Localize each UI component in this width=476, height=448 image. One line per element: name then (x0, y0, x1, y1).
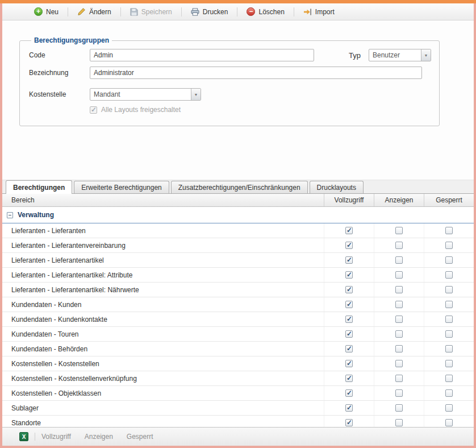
table-row[interactable]: Lieferanten - Lieferantenartikel: Attrib… (2, 268, 474, 283)
gesperrt-checkbox[interactable] (445, 419, 453, 426)
anzeigen-checkbox[interactable] (395, 389, 403, 397)
anzeigen-cell (374, 297, 424, 312)
anzeigen-checkbox[interactable] (395, 345, 403, 352)
vollzugriff-checkbox[interactable] (345, 256, 353, 264)
anzeigen-checkbox[interactable] (395, 360, 403, 367)
typ-select[interactable]: Benutzer (369, 49, 431, 61)
table-row[interactable]: Standorte (2, 416, 474, 427)
vollzugriff-checkbox[interactable] (345, 404, 353, 412)
code-row: Code Typ Benutzer (29, 49, 431, 61)
anzeigen-cell (374, 386, 424, 400)
anzeigen-checkbox[interactable] (395, 316, 403, 323)
vollzugriff-checkbox[interactable] (345, 227, 353, 234)
row-label: Lieferanten - Lieferanten (2, 227, 324, 235)
group-row-verwaltung[interactable]: Verwaltung (2, 207, 474, 223)
aendern-button[interactable]: Ändern (73, 6, 116, 18)
gesperrt-cell (424, 223, 474, 238)
vollzugriff-checkbox[interactable] (345, 301, 353, 308)
anzeigen-checkbox[interactable] (395, 242, 403, 249)
drucken-button[interactable]: Drucken (186, 6, 233, 18)
gesperrt-checkbox[interactable] (445, 256, 453, 264)
table-row[interactable]: Lieferanten - Lieferantenartikel (2, 253, 474, 268)
anzeigen-checkbox[interactable] (395, 419, 403, 426)
permissions-table-body: Verwaltung Lieferanten - Lieferanten Lie… (2, 207, 474, 427)
anzeigen-checkbox[interactable] (395, 330, 403, 338)
gesperrt-checkbox[interactable] (445, 345, 453, 352)
vollzugriff-cell (324, 342, 374, 356)
column-header-anzeigen[interactable]: Anzeigen (374, 194, 424, 206)
kostenstelle-label: Kostenstelle (29, 90, 90, 98)
vollzugriff-checkbox[interactable] (345, 271, 353, 279)
table-row[interactable]: Kundendaten - Behörden (2, 342, 474, 356)
loeschen-button[interactable]: Löschen (242, 6, 289, 18)
table-row[interactable]: Kostenstellen - Kostenstellenverknüpfung (2, 371, 474, 386)
chevron-down-icon[interactable] (421, 49, 431, 61)
table-row[interactable]: Sublager (2, 401, 474, 416)
alle-layouts-label: Alle Layouts freigeschaltet (101, 106, 181, 114)
gesperrt-cell (424, 283, 474, 297)
anzeigen-checkbox[interactable] (395, 286, 403, 293)
gesperrt-checkbox[interactable] (445, 271, 453, 279)
table-row[interactable]: Kostenstellen - Objektklassen (2, 386, 474, 401)
excel-export-icon[interactable] (19, 432, 28, 441)
table-row[interactable]: Kundendaten - Kundenkontakte (2, 312, 474, 327)
row-label: Lieferanten - Lieferantenvereinbarung (2, 242, 324, 250)
anzeigen-checkbox[interactable] (395, 227, 403, 234)
gesperrt-checkbox[interactable] (445, 242, 453, 249)
gesperrt-checkbox[interactable] (445, 360, 453, 367)
anzeigen-checkbox[interactable] (395, 256, 403, 264)
collapse-minus-icon[interactable] (7, 212, 13, 218)
row-label: Kostenstellen - Kostenstellenverknüpfung (2, 375, 324, 383)
column-header-vollzugriff[interactable]: Vollzugriff (324, 194, 374, 206)
column-header-gesperrt[interactable]: Gesperrt (424, 194, 474, 206)
gesperrt-checkbox[interactable] (445, 286, 453, 293)
import-button[interactable]: Import (299, 6, 339, 18)
kostenstelle-row: Kostenstelle Mandant (29, 88, 431, 101)
tab-zusatzberechtigungen[interactable]: Zusatzberechtigungen/Einschränkungen (171, 181, 308, 193)
code-input[interactable] (90, 49, 314, 61)
column-header-bereich[interactable]: Bereich (2, 194, 324, 206)
anzeigen-checkbox[interactable] (395, 301, 403, 308)
row-label: Kundendaten - Kunden (2, 301, 324, 309)
neu-button[interactable]: Neu (30, 6, 63, 18)
vollzugriff-checkbox[interactable] (345, 316, 353, 323)
tab-drucklayouts[interactable]: Drucklayouts (310, 181, 364, 193)
table-row[interactable]: Kostenstellen - Kostenstellen (2, 356, 474, 371)
anzeigen-checkbox[interactable] (395, 375, 403, 382)
typ-label: Typ (349, 51, 361, 60)
table-row[interactable]: Lieferanten - Lieferantenartikel: Nährwe… (2, 283, 474, 297)
statusbar-divider (35, 433, 35, 441)
anzeigen-cell (374, 416, 424, 427)
table-row[interactable]: Lieferanten - Lieferantenvereinbarung (2, 238, 474, 253)
tab-berechtigungen[interactable]: Berechtigungen (6, 180, 72, 194)
form-area: Berechtigungsgruppen Code Typ Benutzer B… (2, 20, 474, 180)
gesperrt-checkbox[interactable] (445, 389, 453, 397)
alle-layouts-checkbox[interactable] (90, 106, 97, 114)
gesperrt-checkbox[interactable] (445, 404, 453, 412)
vollzugriff-checkbox[interactable] (345, 389, 353, 397)
vollzugriff-checkbox[interactable] (345, 345, 353, 352)
vollzugriff-checkbox[interactable] (345, 286, 353, 293)
gesperrt-checkbox[interactable] (445, 301, 453, 308)
vollzugriff-cell (324, 356, 374, 371)
table-row[interactable]: Kundendaten - Touren (2, 327, 474, 342)
vollzugriff-checkbox[interactable] (345, 419, 353, 426)
bezeichnung-input[interactable] (90, 67, 422, 79)
table-row[interactable]: Kundendaten - Kunden (2, 297, 474, 312)
vollzugriff-checkbox[interactable] (345, 360, 353, 367)
vollzugriff-checkbox[interactable] (345, 330, 353, 338)
speichern-button[interactable]: Speichern (126, 6, 177, 18)
tab-erweiterte-berechtigungen[interactable]: Erweiterte Berechtigungen (74, 181, 169, 193)
vollzugriff-checkbox[interactable] (345, 242, 353, 249)
kostenstelle-select[interactable]: Mandant (90, 88, 201, 101)
gesperrt-checkbox[interactable] (445, 227, 453, 234)
gesperrt-checkbox[interactable] (445, 330, 453, 338)
gesperrt-checkbox[interactable] (445, 375, 453, 382)
vollzugriff-checkbox[interactable] (345, 375, 353, 382)
chevron-down-icon[interactable] (191, 89, 201, 100)
table-row[interactable]: Lieferanten - Lieferanten (2, 223, 474, 238)
row-label: Kostenstellen - Objektklassen (2, 389, 324, 397)
anzeigen-checkbox[interactable] (395, 404, 403, 412)
gesperrt-checkbox[interactable] (445, 316, 453, 323)
anzeigen-checkbox[interactable] (395, 271, 403, 279)
